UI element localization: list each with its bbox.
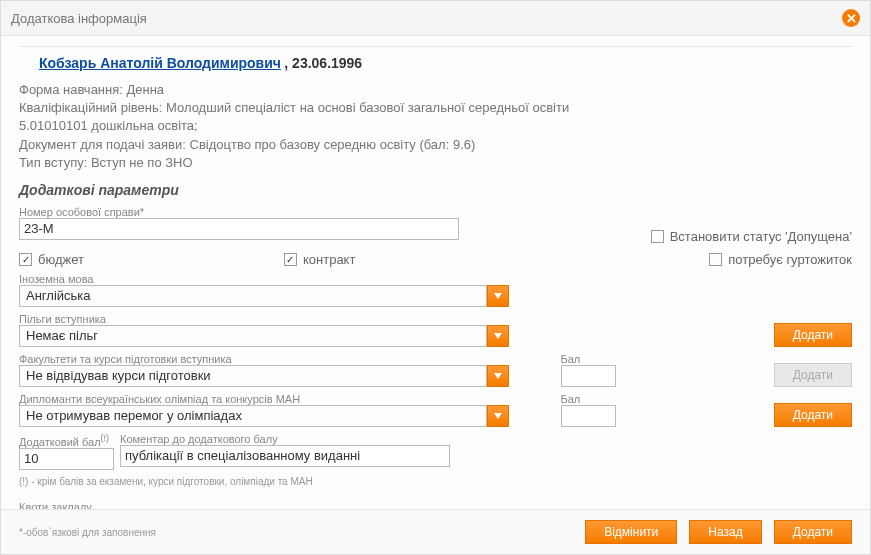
courses-score-label: Бал: [561, 353, 661, 365]
info-form: Форма навчання: Денна: [19, 81, 852, 99]
budget-checkbox-label: бюджет: [38, 252, 84, 267]
olymp-dropdown-icon[interactable]: [487, 405, 509, 427]
contract-checkbox[interactable]: ✓: [284, 253, 297, 266]
contract-checkbox-label: контракт: [303, 252, 355, 267]
person-date: , 23.06.1996: [284, 55, 362, 71]
cancel-button[interactable]: Відмінити: [585, 520, 677, 544]
dialog-title: Додаткова інформація: [11, 11, 147, 26]
svg-marker-0: [494, 293, 502, 299]
language-label: Іноземна мова: [19, 273, 852, 285]
olymp-add-button[interactable]: Додати: [774, 403, 852, 427]
footnote-required: *-обов`язкові для заповнення: [19, 527, 156, 538]
svg-marker-2: [494, 373, 502, 379]
courses-score-input[interactable]: [561, 365, 616, 387]
case-number-input[interactable]: [19, 218, 459, 240]
addscore-input[interactable]: [19, 448, 114, 470]
comment-label: Коментар до додаткового балу: [120, 433, 450, 445]
olymp-score-input[interactable]: [561, 405, 616, 427]
info-level: Кваліфікаційний рівень: Молодший спеціал…: [19, 99, 852, 117]
footnote-scores: (!) - крім балів за екзамени, курси підг…: [19, 476, 852, 487]
status-checkbox-label: Встановити статус 'Допущена': [670, 229, 852, 244]
benefits-select[interactable]: Немає пільг: [19, 325, 487, 347]
budget-checkbox[interactable]: ✓: [19, 253, 32, 266]
close-icon[interactable]: ✕: [842, 9, 860, 27]
back-button[interactable]: Назад: [689, 520, 761, 544]
benefits-add-button[interactable]: Додати: [774, 323, 852, 347]
dorm-checkbox-label: потребує гуртожиток: [728, 252, 852, 267]
benefits-label: Пільги вступника: [19, 313, 509, 325]
language-dropdown-icon[interactable]: [487, 285, 509, 307]
case-number-label: Номер особової справи*: [19, 206, 459, 218]
section-title: Додаткові параметри: [19, 182, 852, 198]
svg-marker-3: [494, 413, 502, 419]
info-type: Тип вступу: Вступ не по ЗНО: [19, 154, 852, 172]
status-checkbox[interactable]: [651, 230, 664, 243]
quota-label: Квоти закладу: [19, 501, 852, 509]
addscore-label: Додатковий бал: [19, 436, 101, 448]
benefits-dropdown-icon[interactable]: [487, 325, 509, 347]
info-spec: 5.01010101 дошкільна освіта;: [19, 117, 852, 135]
courses-select[interactable]: Не відвідував курси підготовки: [19, 365, 487, 387]
dorm-checkbox[interactable]: [709, 253, 722, 266]
courses-add-button: Додати: [774, 363, 852, 387]
addscore-sup: (!): [101, 433, 110, 443]
olymp-select[interactable]: Не отримував перемог у олімпіадах: [19, 405, 487, 427]
olymp-score-label: Бал: [561, 393, 661, 405]
svg-marker-1: [494, 333, 502, 339]
person-name-link[interactable]: Кобзарь Анатолій Володимирович: [39, 55, 281, 71]
olymp-label: Дипломанти всеукраїнських олімпіад та ко…: [19, 393, 509, 405]
comment-input[interactable]: [120, 445, 450, 467]
courses-dropdown-icon[interactable]: [487, 365, 509, 387]
submit-add-button[interactable]: Додати: [774, 520, 852, 544]
info-doc: Документ для подачі заяви: Свідоцтво про…: [19, 136, 852, 154]
courses-label: Факультети та курси підготовки вступника: [19, 353, 509, 365]
language-select[interactable]: Англійська: [19, 285, 487, 307]
